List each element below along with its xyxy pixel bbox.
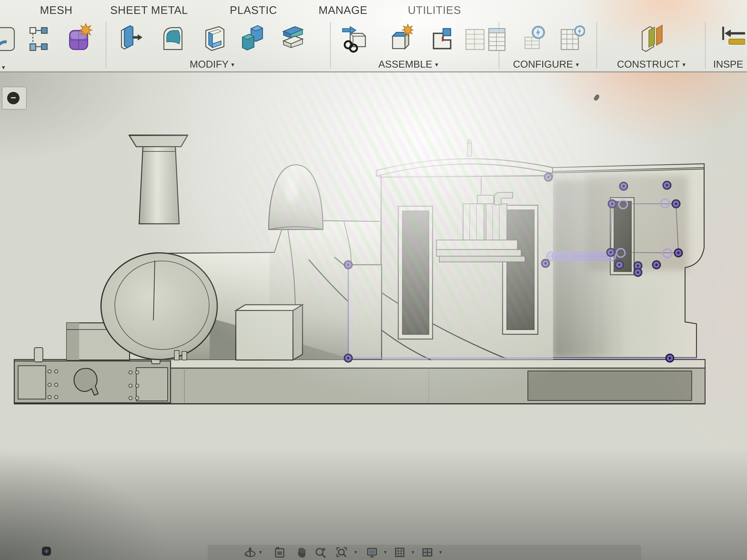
group-separator [705,22,706,69]
display-settings-dropdown[interactable]: ▾ [384,549,387,555]
insert-derive-icon[interactable] [341,23,367,53]
chevron-down-icon: ▾ [576,61,579,68]
bom-table-2-icon[interactable] [483,23,510,53]
orbit-icon[interactable] [244,546,256,559]
sandbox-top [236,305,303,311]
construct-group-button[interactable]: CONSTRUCT ▾ [617,58,686,70]
construction-plane-icon[interactable] [639,23,665,53]
chevron-down-icon: ▾ [682,61,686,68]
grid-dropdown[interactable]: ▾ [412,549,414,555]
smokebox-front [101,253,217,359]
configure-group-button[interactable]: CONFIGURE ▾ [513,58,579,70]
sandbox [236,311,293,360]
cad-app-window: − MESH SHEET METAL PLASTIC MANAGE UTILIT… [0,0,747,560]
chevron-down-icon: ▾ [231,61,234,68]
cab-window-left [403,211,429,334]
group-separator [596,22,597,69]
chimney-stack [139,146,179,224]
locomotive-model[interactable] [14,135,705,404]
bottom-left-dot-icon [42,547,51,556]
browser-collapse-button[interactable]: − [2,87,27,109]
safety-valve [467,143,472,156]
chimney-cap [129,135,188,147]
view-navigation-bar: ▾ [208,545,641,560]
split-body-icon[interactable] [280,23,306,53]
tab-manage[interactable]: MANAGE [318,4,367,17]
tab-mesh[interactable]: MESH [40,4,73,17]
look-at-icon[interactable] [274,546,286,559]
viewports-icon[interactable] [421,546,434,559]
mesh-cube-star-icon[interactable] [66,23,93,53]
buffer-right [136,368,168,401]
group-separator [330,22,331,69]
assemble-group-button[interactable]: ASSEMBLE ▾ [378,58,438,70]
viewports-dropdown[interactable]: ▾ [439,549,442,555]
display-settings-icon[interactable] [366,546,378,559]
fillet-icon[interactable] [159,23,186,53]
fit-icon[interactable] [335,546,348,559]
configuration-table-2-icon[interactable] [559,23,585,53]
joint-icon[interactable] [428,23,455,53]
shell-icon[interactable] [201,23,228,53]
tank-front [348,265,382,359]
orbit-dropdown[interactable]: ▾ [259,549,262,555]
pan-icon[interactable] [295,546,308,559]
configuration-table-icon[interactable] [522,23,549,53]
chevron-down-icon: ▾ [435,61,438,68]
group-separator [106,22,106,69]
model-canvas[interactable] [0,0,747,560]
inspect-group-button[interactable]: INSPE [713,58,743,70]
grid-and-snaps-icon[interactable] [393,546,406,559]
overflow-arrow-icon[interactable]: ▾ [2,64,5,71]
bunker-window-opening [614,202,632,271]
measure-icon[interactable] [719,23,745,53]
tab-plastic[interactable]: PLASTIC [230,4,277,17]
combine-icon[interactable] [239,23,265,53]
tab-sheet-metal[interactable]: SHEET METAL [110,4,188,17]
modify-group-button[interactable]: MODIFY ▾ [190,58,234,70]
ribbon-toolbar: MESH SHEET METAL PLASTIC MANAGE UTILITIE… [0,0,747,73]
press-pull-icon[interactable] [117,23,144,53]
collapse-minus-icon: − [7,92,20,104]
photographed-screen: − MESH SHEET METAL PLASTIC MANAGE UTILIT… [0,0,747,560]
fit-dropdown[interactable]: ▾ [354,549,357,555]
cab-window-right [507,210,534,329]
buffer-left [18,366,46,399]
linked-blocks-icon[interactable] [27,23,54,53]
zoom-icon[interactable] [314,546,327,559]
lamp-iron-left [34,348,43,362]
cab-roof [376,159,552,176]
selected-point-chain [547,252,615,260]
new-component-icon[interactable] [387,23,413,53]
tab-utilities[interactable]: UTILITIES [408,4,461,17]
partial-tool-icon[interactable] [0,24,16,54]
